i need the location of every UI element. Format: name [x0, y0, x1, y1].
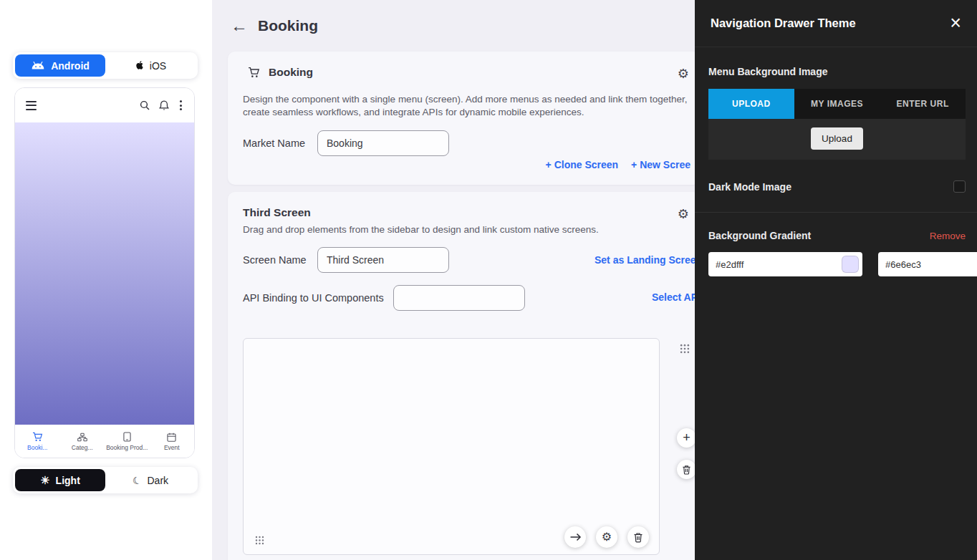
phone-screen	[15, 122, 194, 425]
screen-card-description: Drag and drop elements from the sidebar …	[243, 223, 693, 236]
new-screen-link[interactable]: + New Scree	[631, 159, 690, 170]
remove-gradient-link[interactable]: Remove	[930, 231, 966, 241]
phone-preview: Booki... Categ... Booking Prod...	[14, 87, 195, 458]
drag-handle-icon[interactable]	[255, 536, 264, 545]
clone-screen-link[interactable]: + Clone Screen	[546, 159, 619, 170]
color-swatch-1[interactable]	[842, 256, 859, 273]
device-icon	[123, 432, 131, 442]
gear-icon: ⚙	[602, 531, 612, 543]
trash-icon	[633, 532, 643, 543]
navigation-drawer-theme-panel: Navigation Drawer Theme × Menu Backgroun…	[695, 0, 977, 560]
calendar-icon	[167, 433, 176, 442]
search-icon[interactable]	[140, 100, 150, 110]
dark-mode-image-checkbox[interactable]	[953, 180, 966, 193]
phone-nav-item-booking[interactable]: Booki...	[15, 425, 60, 458]
component-card-description: Design the component with a single menu …	[243, 93, 693, 119]
theme-toggle: ☀ Light ☾ Dark	[13, 467, 198, 493]
component-card-title: Booking	[269, 66, 313, 79]
phone-nav-item-category[interactable]: Categ...	[60, 425, 105, 458]
set-landing-screen-link[interactable]: Set as Landing Scree	[595, 254, 696, 266]
gradient-color-input-1[interactable]	[716, 259, 842, 270]
dark-mode-label: Dark	[148, 475, 169, 486]
api-binding-input[interactable]	[393, 285, 525, 311]
screen-name-input[interactable]	[317, 247, 449, 273]
gear-icon[interactable]: ⚙	[678, 67, 689, 80]
select-api-link[interactable]: Select AP	[652, 291, 698, 303]
upload-button[interactable]: Upload	[811, 127, 863, 150]
third-screen-card: Third Screen ⚙ Drag and drop elements fr…	[228, 192, 701, 560]
booking-component-card: Booking ⚙ Design the component with a si…	[228, 52, 701, 185]
bell-icon[interactable]	[159, 100, 169, 111]
page-title: Booking	[258, 17, 318, 34]
tab-my-images[interactable]: MY IMAGES	[794, 89, 880, 119]
delete-screen-button[interactable]	[677, 460, 696, 479]
divider	[695, 212, 977, 213]
page-header: ← Booking	[231, 17, 318, 34]
gradient-color-field-1	[708, 252, 862, 276]
drag-handle-icon[interactable]	[680, 344, 690, 354]
canvas-delete-button[interactable]	[627, 526, 649, 548]
dark-mode-image-label: Dark Mode Image	[708, 181, 791, 193]
light-mode-button[interactable]: ☀ Light	[15, 469, 105, 491]
ios-toggle-label: iOS	[150, 60, 166, 72]
hamburger-menu-icon[interactable]	[26, 101, 37, 110]
back-arrow-icon[interactable]: ←	[231, 17, 248, 34]
trash-icon	[682, 465, 691, 475]
android-icon	[31, 61, 45, 70]
android-toggle-button[interactable]: Android	[15, 54, 105, 77]
android-toggle-label: Android	[51, 60, 90, 72]
cart-icon	[32, 432, 43, 442]
screen-name-label: Screen Name	[243, 254, 317, 266]
close-icon[interactable]: ×	[950, 14, 961, 33]
navigate-arrow-button[interactable]	[564, 526, 586, 548]
gradient-color-field-2	[878, 252, 977, 276]
tab-upload[interactable]: UPLOAD	[708, 89, 794, 119]
menu-background-image-label: Menu Background Image	[708, 66, 966, 77]
left-sidebar: Android iOS	[0, 0, 212, 560]
category-icon	[77, 433, 87, 442]
image-source-tabs: UPLOAD MY IMAGES ENTER URL	[708, 89, 966, 119]
phone-topbar	[15, 88, 194, 122]
moon-icon: ☾	[131, 474, 143, 486]
gear-icon[interactable]: ⚙	[678, 208, 689, 221]
sun-icon: ☀	[40, 475, 49, 486]
phone-nav-label: Event	[164, 444, 180, 451]
dark-mode-button[interactable]: ☾ Dark	[105, 469, 196, 491]
phone-bottom-nav: Booki... Categ... Booking Prod...	[15, 425, 194, 458]
canvas-settings-button[interactable]: ⚙	[596, 526, 617, 548]
api-binding-label: API Binding to UI Components	[243, 292, 393, 304]
kebab-menu-icon[interactable]	[178, 100, 183, 111]
upload-zone: Upload	[708, 119, 966, 160]
ios-toggle-button[interactable]: iOS	[105, 54, 196, 77]
apple-icon	[135, 60, 144, 71]
tab-enter-url[interactable]: ENTER URL	[880, 89, 966, 119]
light-mode-label: Light	[56, 475, 80, 486]
market-name-label: Market Name	[243, 137, 317, 149]
gradient-color-input-2[interactable]	[885, 259, 977, 270]
cart-icon	[248, 67, 260, 78]
panel-title: Navigation Drawer Theme	[711, 16, 856, 30]
phone-nav-label: Booking Prod...	[106, 444, 148, 451]
screen-canvas[interactable]: ⚙	[243, 338, 660, 555]
platform-toggle: Android iOS	[13, 52, 198, 79]
phone-nav-item-booking-product[interactable]: Booking Prod...	[105, 425, 150, 458]
add-element-button[interactable]: +	[677, 428, 696, 448]
screen-card-title: Third Screen	[243, 206, 311, 219]
market-name-input[interactable]	[317, 130, 449, 156]
background-gradient-label: Background Gradient	[708, 230, 811, 241]
arrow-right-icon	[569, 532, 582, 542]
phone-nav-label: Booki...	[27, 444, 47, 451]
phone-nav-item-event[interactable]: Event	[150, 425, 195, 458]
phone-nav-label: Categ...	[72, 444, 93, 451]
